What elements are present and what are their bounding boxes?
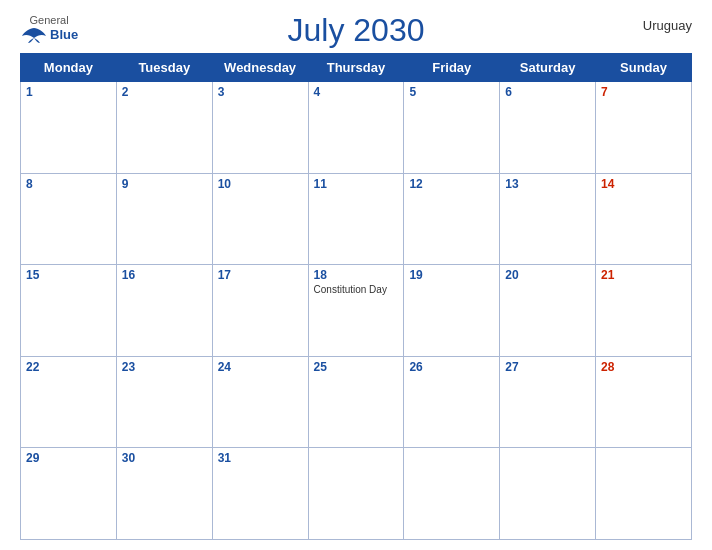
day-number: 29	[26, 451, 111, 465]
day-number: 26	[409, 360, 494, 374]
table-row: 14	[596, 173, 692, 265]
logo-bird-icon	[20, 26, 48, 44]
table-row: 30	[116, 448, 212, 540]
day-number: 1	[26, 85, 111, 99]
day-number: 21	[601, 268, 686, 282]
day-number: 10	[218, 177, 303, 191]
day-number: 28	[601, 360, 686, 374]
day-number: 14	[601, 177, 686, 191]
table-row: 6	[500, 82, 596, 174]
day-number: 20	[505, 268, 590, 282]
table-row	[404, 448, 500, 540]
calendar-header: General Blue July 2030 Uruguay	[20, 10, 692, 49]
day-number: 25	[314, 360, 399, 374]
table-row: 11	[308, 173, 404, 265]
table-row: 7	[596, 82, 692, 174]
table-row: 26	[404, 356, 500, 448]
day-number: 30	[122, 451, 207, 465]
header-monday: Monday	[21, 54, 117, 82]
table-row: 2	[116, 82, 212, 174]
day-number: 24	[218, 360, 303, 374]
table-row: 4	[308, 82, 404, 174]
day-number: 18	[314, 268, 399, 282]
logo-general: General	[30, 14, 69, 26]
header-thursday: Thursday	[308, 54, 404, 82]
table-row: 20	[500, 265, 596, 357]
table-row: 19	[404, 265, 500, 357]
table-row: 16	[116, 265, 212, 357]
day-number: 22	[26, 360, 111, 374]
table-row: 23	[116, 356, 212, 448]
table-row	[596, 448, 692, 540]
day-number: 19	[409, 268, 494, 282]
logo-blue: Blue	[50, 28, 78, 42]
table-row: 8	[21, 173, 117, 265]
header-tuesday: Tuesday	[116, 54, 212, 82]
table-row: 17	[212, 265, 308, 357]
table-row: 3	[212, 82, 308, 174]
table-row: 13	[500, 173, 596, 265]
table-row: 29	[21, 448, 117, 540]
day-number: 2	[122, 85, 207, 99]
calendar-week-row: 1234567	[21, 82, 692, 174]
table-row: 22	[21, 356, 117, 448]
holiday-label: Constitution Day	[314, 284, 399, 296]
table-row: 21	[596, 265, 692, 357]
table-row: 10	[212, 173, 308, 265]
day-number: 7	[601, 85, 686, 99]
table-row: 28	[596, 356, 692, 448]
day-number: 23	[122, 360, 207, 374]
day-number: 3	[218, 85, 303, 99]
header-wednesday: Wednesday	[212, 54, 308, 82]
table-row	[500, 448, 596, 540]
day-number: 31	[218, 451, 303, 465]
table-row: 24	[212, 356, 308, 448]
calendar-week-row: 891011121314	[21, 173, 692, 265]
calendar-week-row: 15161718Constitution Day192021	[21, 265, 692, 357]
header-sunday: Sunday	[596, 54, 692, 82]
calendar-week-row: 22232425262728	[21, 356, 692, 448]
day-number: 12	[409, 177, 494, 191]
day-number: 27	[505, 360, 590, 374]
country-label: Uruguay	[643, 18, 692, 33]
table-row: 1	[21, 82, 117, 174]
day-number: 8	[26, 177, 111, 191]
day-number: 16	[122, 268, 207, 282]
calendar-title: July 2030	[288, 12, 425, 49]
day-number: 6	[505, 85, 590, 99]
header-saturday: Saturday	[500, 54, 596, 82]
table-row: 18Constitution Day	[308, 265, 404, 357]
table-row: 5	[404, 82, 500, 174]
day-number: 11	[314, 177, 399, 191]
day-number: 13	[505, 177, 590, 191]
day-number: 15	[26, 268, 111, 282]
weekday-header-row: Monday Tuesday Wednesday Thursday Friday…	[21, 54, 692, 82]
day-number: 9	[122, 177, 207, 191]
day-number: 17	[218, 268, 303, 282]
table-row: 25	[308, 356, 404, 448]
calendar-week-row: 293031	[21, 448, 692, 540]
table-row: 31	[212, 448, 308, 540]
table-row: 15	[21, 265, 117, 357]
logo: General Blue	[20, 14, 78, 44]
header-friday: Friday	[404, 54, 500, 82]
day-number: 5	[409, 85, 494, 99]
calendar-table: Monday Tuesday Wednesday Thursday Friday…	[20, 53, 692, 540]
table-row: 27	[500, 356, 596, 448]
table-row: 12	[404, 173, 500, 265]
table-row: 9	[116, 173, 212, 265]
table-row	[308, 448, 404, 540]
day-number: 4	[314, 85, 399, 99]
